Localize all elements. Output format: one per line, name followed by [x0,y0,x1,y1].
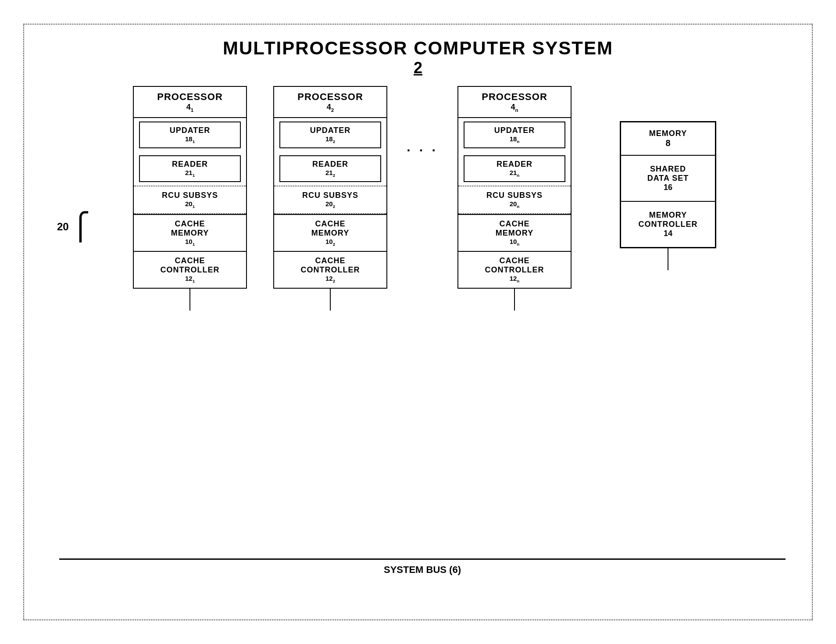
processor-col-1: PROCESSOR 41 UPDATER 181 READER 211 [133,86,247,311]
memory-controller-box: MEMORYCONTROLLER 14 [621,202,715,247]
rcu-group-label: 20 ⎧ [57,218,90,236]
cache-ctrl-n: CACHECONTROLLER 12n [458,251,571,288]
shared-data-box: SHAREDDATA SET 16 [621,156,715,202]
reader-box-1: READER 211 [139,155,241,182]
updater-box-n: UPDATER 18n [464,122,565,148]
proc-label-1: PROCESSOR [140,91,239,103]
connector-line-2 [330,289,331,311]
mem-connector-line [668,248,668,270]
cache-mem-n: CACHEMEMORY 10n [458,214,571,251]
reader-box-n: READER 21n [464,155,565,182]
cache-ctrl-1: CACHECONTROLLER 121 [134,251,246,288]
reader-box-2: READER 212 [279,155,381,182]
connector-line-1 [189,289,190,311]
processor-box-n: PROCESSOR 4n UPDATER 18n READER 21n RCU … [457,86,572,289]
main-title: MULTIPROCESSOR COMPUTER SYSTEM [33,38,803,59]
memory-outer-box: MEMORY 8 SHAREDDATA SET 16 MEMORYCONTROL… [620,121,716,248]
processor-box-2: PROCESSOR 42 UPDATER 182 READER 212 RCU … [273,86,387,289]
proc-header-2: PROCESSOR 42 [274,87,386,118]
bus-label: SYSTEM BUS (6) [384,564,461,576]
memory-header: MEMORY 8 [621,122,715,156]
cache-ctrl-2: CACHECONTROLLER 122 [274,251,386,288]
rcu-subsys-n: RCU SUBSYS 20n [458,186,571,214]
system-bus-line [59,558,786,560]
processor-col-2: PROCESSOR 42 UPDATER 182 READER 212 RCU … [273,86,387,311]
rcu-subsys-1: RCU SUBSYS 201 [134,186,246,214]
rcu-subsys-2: RCU SUBSYS 202 [274,186,386,214]
proc-header-1: PROCESSOR 41 [134,87,246,118]
ellipsis: · · · [405,86,440,158]
memory-section: MEMORY 8 SHAREDDATA SET 16 MEMORYCONTROL… [620,121,716,270]
diagram-container: MULTIPROCESSOR COMPUTER SYSTEM 2 20 ⎧ PR… [23,24,813,620]
proc-num-1: 41 [140,103,239,113]
cache-mem-2: CACHEMEMORY 102 [274,214,386,251]
connector-line-n [514,289,515,311]
updater-box-2: UPDATER 182 [279,122,381,148]
bus-section: SYSTEM BUS (6) [59,558,786,576]
proc-header-n: PROCESSOR 4n [458,87,571,118]
processor-col-n: PROCESSOR 4n UPDATER 18n READER 21n RCU … [457,86,572,311]
processor-box-1: PROCESSOR 41 UPDATER 181 READER 211 [133,86,247,289]
updater-box-1: UPDATER 181 [139,122,241,148]
title-number: 2 [33,59,803,77]
cache-mem-1: CACHEMEMORY 101 [134,214,246,251]
